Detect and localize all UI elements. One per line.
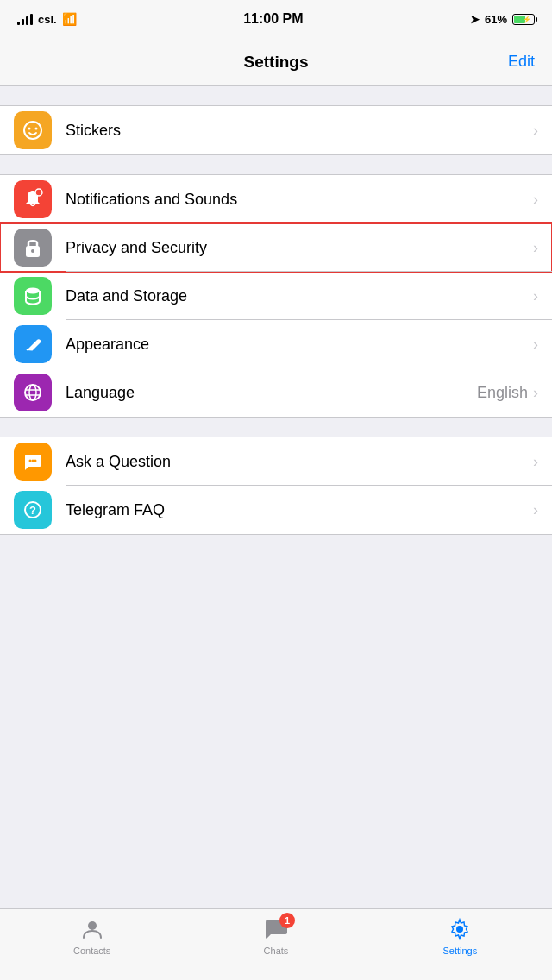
settings-item-stickers[interactable]: Stickers › (0, 106, 552, 154)
data-label: Data and Storage (66, 287, 533, 305)
contacts-tab-label: Contacts (73, 945, 110, 956)
tab-settings[interactable]: Settings (368, 916, 552, 956)
carrier-label: csl. (38, 13, 57, 26)
contacts-icon-wrap (77, 916, 108, 942)
svg-text:?: ? (29, 504, 36, 517)
stickers-label: Stickers (66, 122, 533, 140)
language-label: Language (66, 384, 477, 402)
faq-label: Telegram FAQ (66, 501, 533, 519)
gear-icon (448, 917, 472, 941)
status-left: csl. 📶 (17, 12, 77, 26)
svg-point-7 (25, 385, 41, 400)
battery-icon: ⚡ (512, 14, 535, 25)
stickers-chevron: › (533, 122, 538, 140)
settings-group-3: Ask a Question › ? Telegram FAQ › (0, 437, 552, 535)
status-time: 11:00 PM (243, 11, 303, 27)
stickers-icon (14, 111, 52, 149)
settings-item-notifications[interactable]: Notifications and Sounds › (0, 175, 552, 223)
settings-item-appearance[interactable]: Appearance › (0, 320, 552, 368)
data-icon (14, 277, 52, 315)
tab-bar: Contacts 1 Chats Settings (0, 908, 552, 980)
data-chevron: › (533, 287, 538, 305)
settings-item-ask[interactable]: Ask a Question › (0, 437, 552, 486)
ask-chevron: › (533, 453, 538, 471)
language-value: English (477, 384, 528, 402)
page-title: Settings (244, 53, 309, 72)
settings-item-faq[interactable]: ? Telegram FAQ › (0, 486, 552, 534)
tab-chats[interactable]: 1 Chats (184, 916, 367, 956)
svg-point-13 (32, 460, 34, 462)
faq-chevron: › (533, 501, 538, 519)
settings-content: Stickers › Notifications and Sounds › (0, 86, 552, 908)
svg-point-3 (35, 189, 42, 196)
signal-bars-icon (17, 13, 33, 25)
svg-point-17 (456, 926, 463, 933)
svg-point-0 (24, 122, 41, 139)
svg-point-2 (35, 128, 38, 130)
settings-tab-label: Settings (442, 945, 477, 956)
svg-point-11 (29, 460, 32, 462)
battery-percent: 61% (485, 13, 507, 26)
settings-item-language[interactable]: Language English › (0, 368, 552, 417)
settings-item-privacy[interactable]: Privacy and Security › (0, 223, 552, 272)
settings-group-2: Notifications and Sounds › Privacy and S… (0, 174, 552, 418)
notifications-label: Notifications and Sounds (66, 191, 533, 209)
svg-point-5 (31, 249, 34, 253)
ask-label: Ask a Question (66, 453, 533, 471)
faq-icon: ? (14, 491, 52, 529)
location-icon: ➤ (470, 13, 480, 26)
appearance-label: Appearance (66, 336, 533, 354)
svg-point-8 (29, 385, 36, 400)
ask-icon (14, 443, 52, 481)
notifications-icon (14, 180, 52, 218)
svg-point-16 (88, 921, 97, 930)
privacy-label: Privacy and Security (66, 239, 533, 257)
person-icon (80, 917, 104, 941)
edit-button[interactable]: Edit (508, 53, 535, 71)
chats-badge: 1 (279, 913, 295, 928)
status-bar: csl. 📶 11:00 PM ➤ 61% ⚡ (0, 0, 552, 38)
status-right: ➤ 61% ⚡ (470, 13, 535, 26)
appearance-icon (14, 325, 52, 363)
settings-icon-wrap (444, 916, 475, 942)
svg-point-1 (28, 128, 31, 130)
appearance-chevron: › (533, 336, 538, 354)
notifications-chevron: › (533, 191, 538, 209)
language-icon (14, 374, 52, 411)
chats-tab-label: Chats (264, 945, 289, 956)
privacy-icon (14, 229, 52, 267)
language-chevron: › (533, 384, 538, 402)
tab-contacts[interactable]: Contacts (0, 916, 184, 956)
settings-item-data[interactable]: Data and Storage › (0, 272, 552, 320)
settings-group-1: Stickers › (0, 105, 552, 155)
wifi-icon: 📶 (62, 12, 77, 26)
nav-bar: Settings Edit (0, 38, 552, 86)
chats-icon-wrap: 1 (260, 916, 292, 942)
privacy-chevron: › (533, 239, 538, 257)
svg-point-6 (26, 288, 40, 294)
svg-point-12 (34, 460, 37, 462)
